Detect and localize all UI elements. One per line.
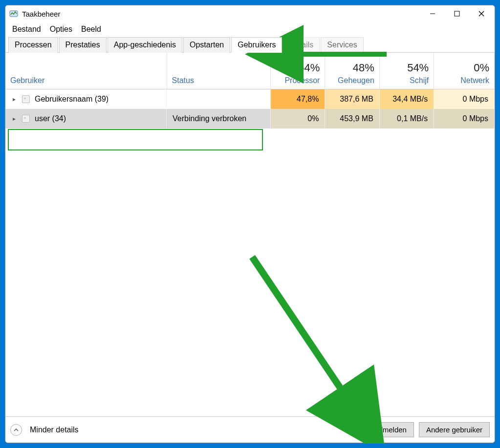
user-cpu: 47,8%	[271, 89, 325, 109]
task-manager-icon	[9, 9, 18, 18]
tab-startup[interactable]: Opstarten	[183, 37, 230, 53]
user-network: 0 Mbps	[434, 89, 495, 109]
col-header-user[interactable]: Gebruiker	[5, 53, 167, 89]
footer-bar: Minder details Afmelden Andere gebruiker	[5, 416, 495, 443]
user-network: 0 Mbps	[434, 109, 495, 128]
tab-details[interactable]: Details	[283, 37, 320, 53]
col-header-network[interactable]: 0% Netwerk	[434, 53, 495, 89]
titlebar: Taakbeheer	[5, 5, 495, 22]
tab-performance[interactable]: Prestaties	[59, 37, 107, 53]
user-memory: 453,9 MB	[325, 109, 379, 128]
expand-icon[interactable]: ▸	[11, 115, 17, 122]
sign-out-button[interactable]: Afmelden	[369, 422, 414, 437]
collapse-details-icon[interactable]	[10, 424, 22, 436]
col-header-memory[interactable]: 48% Geheugen	[325, 53, 379, 89]
col-header-status[interactable]: Status	[167, 53, 270, 89]
menu-file[interactable]: Bestand	[8, 24, 45, 35]
user-status: Verbinding verbroken	[167, 109, 270, 128]
svg-rect-2	[455, 11, 459, 16]
chevron-down-icon: ▾	[276, 63, 279, 69]
user-disk: 0,1 MB/s	[379, 109, 434, 128]
user-disk: 34,4 MB/s	[379, 89, 434, 109]
minimize-button[interactable]	[420, 5, 445, 22]
user-name: Gebruikersnaam (39)	[35, 95, 109, 104]
user-row[interactable]: ▸ Gebruikersnaam (39) 47,8% 387,6 MB 34,…	[5, 89, 495, 109]
col-header-cpu[interactable]: ▾ 54% Processor	[271, 53, 325, 89]
window-title: Taakbeheer	[22, 10, 420, 18]
expand-icon[interactable]: ▸	[11, 96, 17, 103]
user-row-selected[interactable]: ▸ user (34) Verbinding verbroken 0% 453,…	[5, 109, 495, 128]
menu-view[interactable]: Beeld	[77, 24, 105, 35]
users-table: Gebruiker Status ▾ 54% Processor 48% Geh…	[5, 53, 495, 128]
users-table-area: Gebruiker Status ▾ 54% Processor 48% Geh…	[5, 53, 495, 416]
tabstrip: Processen Prestaties App-geschiedenis Op…	[5, 37, 495, 53]
user-memory: 387,6 MB	[325, 89, 379, 109]
menu-options[interactable]: Opties	[46, 24, 76, 35]
user-cpu: 0%	[271, 109, 325, 128]
user-status	[167, 89, 270, 109]
tab-services[interactable]: Services	[321, 37, 363, 53]
close-button[interactable]	[469, 5, 494, 22]
user-icon	[22, 115, 30, 123]
user-icon	[22, 95, 30, 103]
maximize-button[interactable]	[445, 5, 469, 22]
menubar: Bestand Opties Beeld	[5, 22, 495, 37]
fewer-details-link[interactable]: Minder details	[27, 426, 364, 434]
tab-processes[interactable]: Processen	[8, 37, 58, 53]
tab-users[interactable]: Gebruikers	[231, 37, 282, 53]
task-manager-window: Taakbeheer Bestand Opties Beeld Processe…	[5, 5, 495, 443]
col-header-disk[interactable]: 54% Schijf	[379, 53, 434, 89]
tab-app-history[interactable]: App-geschiedenis	[108, 37, 182, 53]
user-name: user (34)	[35, 114, 66, 123]
switch-user-button[interactable]: Andere gebruiker	[419, 422, 490, 437]
